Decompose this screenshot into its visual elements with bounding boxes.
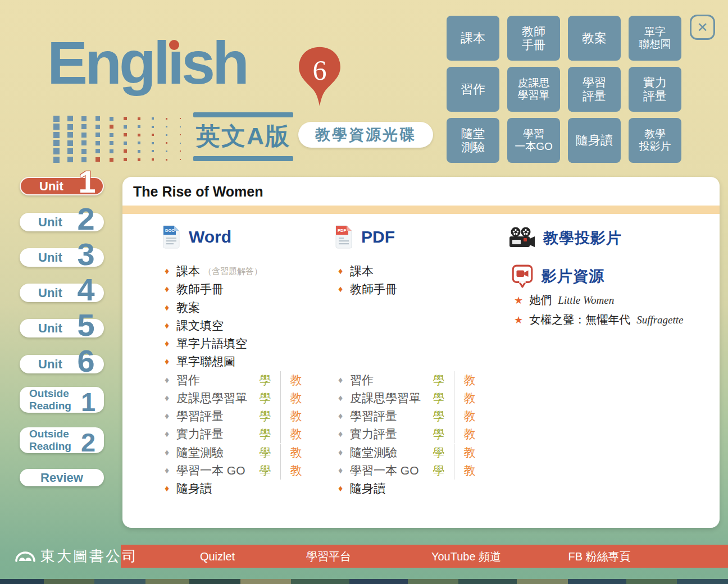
resource-label[interactable]: 教師手冊 <box>350 281 397 297</box>
diamond-bullet-icon: ♦ <box>162 393 172 403</box>
resource-label[interactable]: 課文填空 <box>176 318 224 334</box>
menu-button-pisa-worksheet[interactable]: 皮課思學習單 <box>507 67 560 112</box>
resource-label: 隨堂測驗 <box>350 445 397 460</box>
teacher-version-link[interactable]: 教 <box>457 426 482 442</box>
video-item[interactable]: ★她們Little Women <box>514 293 614 308</box>
student-version-link[interactable]: 學 <box>426 463 451 478</box>
sidebar-outside-reading-1[interactable]: OutsideReading1 <box>20 387 104 413</box>
menu-button-teaching-slides[interactable]: 教學投影片 <box>629 118 681 163</box>
menu-button-teacher-manual[interactable]: 教師手冊 <box>507 16 560 61</box>
sidebar-unit-5[interactable]: Unit5 <box>20 319 104 337</box>
word-resource-row[interactable]: ♦隨身讀 <box>162 480 325 498</box>
word-doc-icon: DOC <box>162 225 181 249</box>
word-resource-row[interactable]: ♦教師手冊 <box>162 280 325 298</box>
menu-button-ability-assessment[interactable]: 實力評量 <box>629 67 681 112</box>
sidebar-unit-3[interactable]: Unit3 <box>20 248 104 267</box>
teacher-version-link[interactable]: 教 <box>284 445 308 460</box>
empty-row <box>335 317 498 335</box>
word-resource-row[interactable]: ♦課本（含習題解答） <box>162 262 325 280</box>
word-resource-row[interactable]: ♦教案 <box>162 299 325 317</box>
resource-label: 實力評量 <box>350 426 397 442</box>
teacher-version-link[interactable]: 教 <box>284 372 308 388</box>
word-resource-row[interactable]: ♦單字聯想圖 <box>162 353 325 371</box>
resource-label[interactable]: 教案 <box>176 300 200 316</box>
diamond-bullet-icon: ♦ <box>335 375 345 385</box>
video-item[interactable]: ★女權之聲：無懼年代Suffragette <box>514 312 684 327</box>
menu-button-learn-one-book-go[interactable]: 學習一本GO <box>507 118 560 163</box>
menu-button-learning-assessment[interactable]: 學習評量 <box>568 67 621 112</box>
resource-label[interactable]: 隨身讀 <box>350 481 385 496</box>
menu-button-workbook[interactable]: 習作 <box>447 67 499 112</box>
student-version-link[interactable]: 學 <box>426 426 451 442</box>
word-resource-row[interactable]: ♦課文填空 <box>162 317 325 335</box>
badge-group: 學教 <box>253 462 308 480</box>
menu-button-lesson-plan[interactable]: 教案 <box>568 16 621 61</box>
slides-section-header[interactable]: 教學投影片 <box>508 226 622 250</box>
pdf-resource-row[interactable]: ♦教師手冊 <box>335 280 498 298</box>
sidebar-unit-6[interactable]: Unit6 <box>20 355 104 373</box>
pdf-resource-row[interactable]: ♦隨身讀 <box>335 480 498 498</box>
menu-button-class-quiz[interactable]: 隨堂測驗 <box>447 118 499 163</box>
footer-link-3[interactable]: YouTube 頻道 <box>431 549 501 564</box>
teacher-version-link[interactable]: 教 <box>457 463 482 478</box>
student-version-link[interactable]: 學 <box>253 426 277 442</box>
student-version-link[interactable]: 學 <box>253 445 277 460</box>
teacher-version-link[interactable]: 教 <box>284 408 308 424</box>
resource-label[interactable]: 教師手冊 <box>176 281 224 297</box>
pdf-resource-row: ♦學習一本 GO學教 <box>335 462 498 480</box>
diamond-bullet-icon: ♦ <box>335 483 345 494</box>
student-version-link[interactable]: 學 <box>253 408 277 424</box>
student-version-link[interactable]: 學 <box>253 390 277 406</box>
pdf-resource-row[interactable]: ♦課本 <box>335 262 498 280</box>
teacher-version-link[interactable]: 教 <box>457 408 482 424</box>
badge-group: 學教 <box>426 371 482 389</box>
student-version-link[interactable]: 學 <box>426 445 451 460</box>
menu-button-pocket-reader[interactable]: 隨身讀 <box>568 118 621 163</box>
footer-link-1[interactable]: Quizlet <box>200 550 235 563</box>
diamond-bullet-icon: ♦ <box>335 284 345 294</box>
teacher-version-link[interactable]: 教 <box>457 390 482 406</box>
badge-group: 學教 <box>253 389 308 407</box>
student-version-link[interactable]: 學 <box>426 372 451 388</box>
teacher-version-link[interactable]: 教 <box>457 372 482 388</box>
resource-label: 學習評量 <box>176 408 224 424</box>
diamond-bullet-icon: ♦ <box>162 483 172 494</box>
student-version-link[interactable]: 學 <box>426 408 451 424</box>
sidebar-unit-1[interactable]: Unit1 <box>20 177 104 195</box>
sidebar-unit-2[interactable]: Unit2 <box>20 213 104 231</box>
publisher-arch-icon <box>15 548 36 564</box>
footer-link-2[interactable]: 學習平台 <box>306 549 351 564</box>
student-version-link[interactable]: 學 <box>253 372 277 388</box>
word-section-header: DOC Word <box>162 225 231 249</box>
disc-title: 教學資源光碟 <box>298 122 433 148</box>
badge-divider <box>454 389 454 407</box>
resource-label: 學習一本 GO <box>176 463 245 478</box>
teacher-version-link[interactable]: 教 <box>457 445 482 460</box>
close-button[interactable]: ✕ <box>690 15 715 40</box>
pdf-doc-icon: PDF <box>334 225 353 249</box>
resource-label[interactable]: 單字聯想圖 <box>176 354 235 369</box>
sidebar-outside-reading-2[interactable]: OutsideReading2 <box>20 427 104 453</box>
menu-button-word-association-map[interactable]: 單字聯想圖 <box>629 16 681 61</box>
diamond-bullet-icon: ♦ <box>335 411 345 421</box>
menu-button-textbook[interactable]: 課本 <box>447 16 499 61</box>
book-number-pin: 6 <box>297 46 343 108</box>
resource-label: 實力評量 <box>176 426 224 442</box>
student-version-link[interactable]: 學 <box>426 390 451 406</box>
sidebar-review[interactable]: Review <box>20 469 104 486</box>
unit-title: The Rise of Women <box>133 184 263 200</box>
word-resource-row[interactable]: ♦單字片語填空 <box>162 335 325 353</box>
resource-label: 學習評量 <box>350 408 397 424</box>
sidebar-unit-4[interactable]: Unit4 <box>20 284 104 302</box>
teacher-version-link[interactable]: 教 <box>284 390 308 406</box>
teacher-version-link[interactable]: 教 <box>284 463 308 478</box>
teacher-version-link[interactable]: 教 <box>284 426 308 442</box>
diamond-bullet-icon: ♦ <box>162 466 172 476</box>
student-version-link[interactable]: 學 <box>253 463 277 478</box>
resource-label[interactable]: 單字片語填空 <box>176 336 247 352</box>
resource-label[interactable]: 隨身讀 <box>176 481 212 496</box>
resource-label[interactable]: 課本 <box>176 263 200 279</box>
resource-label[interactable]: 課本 <box>350 263 374 279</box>
footer-link-4[interactable]: FB 粉絲專頁 <box>568 549 630 564</box>
badge-divider <box>454 462 454 480</box>
